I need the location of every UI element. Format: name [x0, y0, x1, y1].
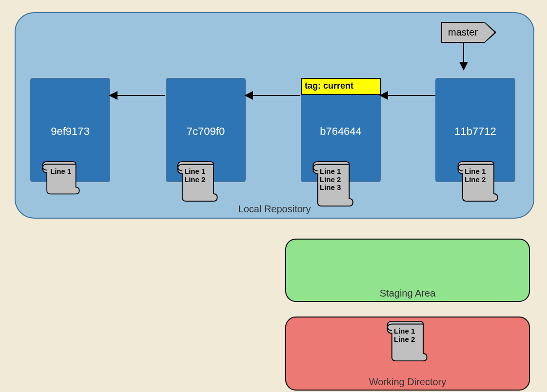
scroll-commit-2: Line 1 Line 2: [176, 161, 219, 202]
commit-hash-4: 11b7712: [436, 125, 514, 138]
arrow-c4-to-c3: [380, 95, 435, 96]
scroll-commit-4: Line 1 Line 2: [456, 161, 500, 202]
scroll-working: Line 1 Line 2: [385, 320, 429, 362]
scroll-lines-4: Line 1 Line 2: [465, 168, 486, 184]
branch-master-tag: master: [441, 22, 485, 43]
scroll-lines-2: Line 1 Line 2: [184, 168, 205, 184]
scroll-lines-3: Line 1 Line 2 Line 3: [320, 168, 341, 192]
scroll-lines-working: Line 1 Line 2: [394, 327, 415, 343]
arrow-master-to-commit: [463, 43, 464, 70]
tag-current: tag: current: [301, 78, 381, 95]
staging-area-box: Staging Area: [285, 239, 530, 302]
scroll-commit-1: Line 1: [41, 161, 80, 195]
branch-master-label: master: [448, 27, 478, 37]
commit-hash-1: 9ef9173: [31, 125, 109, 138]
scroll-commit-3: Line 1 Line 2 Line 3: [311, 161, 355, 207]
staging-area-label: Staging Area: [286, 288, 529, 299]
scroll-lines-1: Line 1: [50, 168, 71, 176]
local-repository-label: Local Repository: [16, 204, 533, 215]
arrow-c3-to-c2: [245, 95, 300, 96]
commit-hash-2: 7c709f0: [167, 125, 245, 138]
working-directory-label: Working Directory: [286, 376, 529, 388]
arrow-c2-to-c1: [110, 95, 165, 96]
commit-hash-3: b764644: [302, 125, 380, 138]
